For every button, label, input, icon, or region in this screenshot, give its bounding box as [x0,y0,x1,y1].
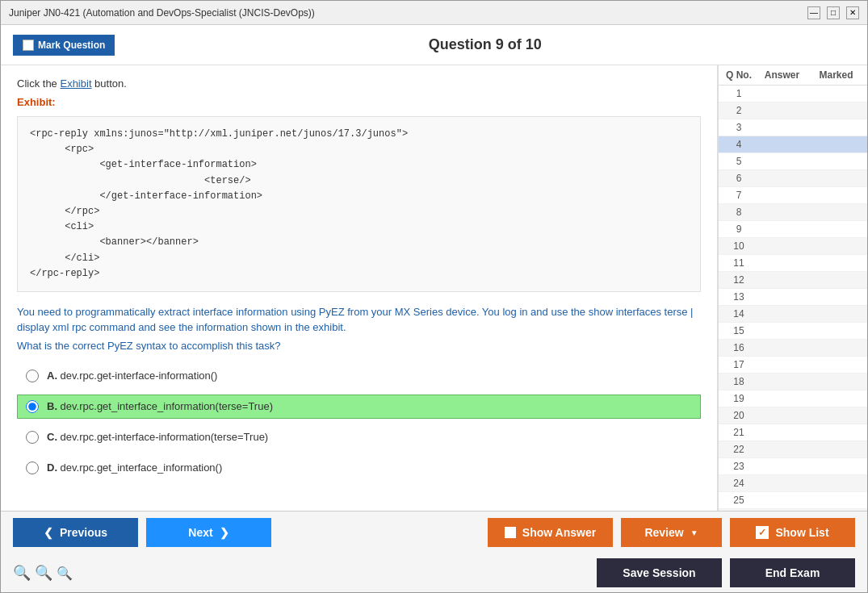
sidebar-row-answer [755,223,809,235]
previous-label: Previous [60,526,107,539]
sidebar-row-num: 7 [723,190,755,201]
sidebar-row-marked [809,376,863,387]
show-list-button[interactable]: ✓ Show List [730,518,855,547]
review-button[interactable]: Review ▼ [621,518,722,547]
option-c[interactable]: C. dev.rpc.get-interface-information(ter… [17,425,701,449]
header: Mark Question Question 9 of 10 [1,25,867,65]
sidebar-row-answer [755,105,809,116]
zoom-in-button[interactable]: 🔍 [13,564,31,582]
sidebar-row-num: 9 [723,223,755,235]
sidebar-row[interactable]: 6 [719,170,867,187]
sidebar-row-num: 21 [723,427,755,438]
maximize-button[interactable]: □ [827,6,840,19]
sidebar-row[interactable]: 20 [719,407,867,424]
sidebar-row[interactable]: 16 [719,340,867,357]
sidebar-row[interactable]: 9 [719,221,867,238]
sidebar-row[interactable]: 8 [719,204,867,221]
footer-bottom-row: 🔍 🔍 🔍 Save Session End Exam [1,553,867,592]
sidebar-row-marked [809,495,863,506]
sidebar-row-num: 19 [723,393,755,404]
sidebar-row[interactable]: 22 [719,441,867,458]
previous-arrow-icon [44,526,53,539]
sidebar-row-marked [809,461,863,472]
sidebar-row-answer [755,359,809,370]
sidebar-row[interactable]: 14 [719,306,867,323]
sidebar-row-num: 4 [723,139,755,150]
sidebar-row-num: 24 [723,478,755,489]
sidebar-row-num: 13 [723,291,755,303]
previous-button[interactable]: Previous [13,518,138,547]
sidebar-row[interactable]: 11 [719,255,867,272]
close-button[interactable]: ✕ [846,6,859,19]
sidebar-row[interactable]: 3 [719,119,867,136]
show-list-icon: ✓ [756,526,769,539]
minimize-button[interactable]: — [807,6,820,19]
sidebar-row[interactable]: 24 [719,475,867,492]
sidebar-row-num: 12 [723,274,755,286]
title-bar: Juniper JN0-421 (Automation and DevOps-S… [1,1,867,25]
option-a-radio[interactable] [26,370,39,382]
sidebar-row[interactable]: 17 [719,357,867,374]
option-b-radio[interactable] [26,400,39,413]
sidebar-row-answer [755,495,809,506]
question-list-sidebar: Q No. Answer Marked 12345678910111213141… [718,65,867,511]
sidebar-row[interactable]: 12 [719,272,867,289]
show-answer-button[interactable]: Show Answer [488,518,613,547]
sidebar-row[interactable]: 4 [719,136,867,153]
sidebar-row-marked [809,190,863,201]
footer-top-row: Previous Next Show Answer Review ▼ ✓ [1,512,867,553]
sidebar-row-num: 15 [723,325,755,336]
sidebar-row-answer [755,156,809,167]
sidebar-row[interactable]: 5 [719,153,867,170]
zoom-controls: 🔍 🔍 🔍 [13,564,73,582]
zoom-reset-button[interactable]: 🔍 [35,564,52,582]
sidebar-row[interactable]: 2 [719,102,867,119]
window-controls: — □ ✕ [807,6,859,19]
sidebar-row-marked [809,291,863,303]
option-d[interactable]: D. dev.rpc.get_interface_information() [17,456,701,480]
mark-question-button[interactable]: Mark Question [13,35,115,56]
sidebar-row-num: 8 [723,207,755,218]
sidebar-row[interactable]: 19 [719,390,867,407]
sidebar-row-answer [755,207,809,218]
option-c-radio[interactable] [26,431,39,444]
next-arrow-icon [220,526,229,539]
sidebar-row-answer [755,393,809,404]
sidebar-row-answer [755,88,809,99]
sidebar-row-answer [755,325,809,336]
option-b[interactable]: B. dev.rpc.get_interface_information(ter… [17,395,701,419]
code-exhibit: <rpc-reply xmlns:junos="http://xml.junip… [17,116,701,292]
question-area: Click the Exhibit button. Exhibit: <rpc-… [1,65,718,511]
sidebar-row[interactable]: 18 [719,374,867,390]
sidebar-row-num: 2 [723,105,755,116]
sidebar-row-marked [809,393,863,404]
sidebar-list[interactable]: 1234567891011121314151617181920212223242… [719,86,867,511]
sidebar-row-marked [809,308,863,319]
sidebar-row[interactable]: 25 [719,492,867,509]
sidebar-row-answer [755,139,809,150]
instruction-text: Click the Exhibit button. [17,77,701,90]
sidebar-row-num: 5 [723,156,755,167]
sidebar-row[interactable]: 23 [719,458,867,475]
sidebar-row[interactable]: 13 [719,289,867,306]
sidebar-row-answer [755,257,809,269]
sidebar-row-answer [755,410,809,421]
option-d-radio[interactable] [26,461,39,474]
sidebar-row-marked [809,240,863,252]
end-exam-button[interactable]: End Exam [730,558,855,587]
sidebar-row-num: 23 [723,461,755,472]
sidebar-row[interactable]: 21 [719,424,867,441]
next-button[interactable]: Next [146,518,271,547]
sidebar-row[interactable]: 7 [719,187,867,204]
sidebar-row-num: 6 [723,173,755,184]
sidebar-row-answer [755,173,809,184]
sidebar-row[interactable]: 10 [719,238,867,255]
main-content: Click the Exhibit button. Exhibit: <rpc-… [1,65,867,511]
save-session-button[interactable]: Save Session [597,558,722,587]
sidebar-row[interactable]: 15 [719,323,867,340]
option-a[interactable]: A. dev.rpc.get-interface-information() [17,364,701,388]
sidebar-row[interactable]: 1 [719,86,867,102]
zoom-out-button[interactable]: 🔍 [57,566,73,581]
exhibit-link[interactable]: Exhibit [60,77,91,90]
sidebar-col-marked: Marked [809,69,863,81]
